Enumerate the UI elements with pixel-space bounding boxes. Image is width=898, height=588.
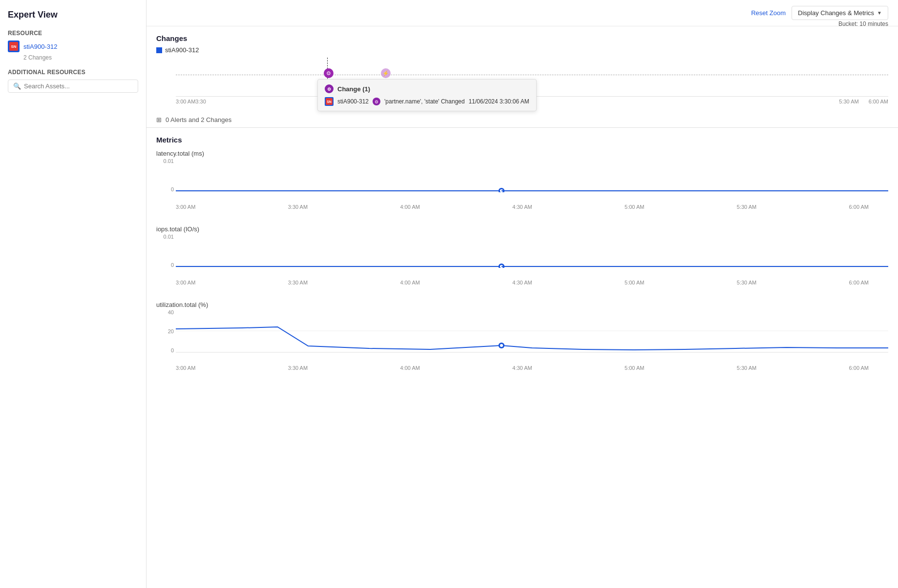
latency-x-3: 4:00 AM [400,204,420,210]
resource-item: SN stiA900-312 [8,41,138,52]
latency-x-1: 3:00 AM [176,204,195,210]
iops-x-5: 5:00 AM [625,280,644,285]
latency-x-2: 3:30 AM [288,204,308,210]
sidebar: Expert View Resource SN stiA900-312 2 Ch… [0,0,146,588]
iops-chart: 0.01 0 [156,234,888,278]
latency-x-6: 5:30 AM [737,204,756,210]
metrics-section: Metrics latency.total (ms) 0.01 0 [146,128,898,394]
iops-x-1: 3:00 AM [176,280,195,285]
latency-y-top: 0.01 [164,158,174,164]
latency-chart: 0.01 0 [156,158,888,202]
tooltip-header: ⚙ Change (1) [325,84,529,93]
iops-y-labels: 0.01 0 [156,234,176,268]
changes-x-label-2: 3:30 [195,99,206,104]
util-x-3: 4:00 AM [400,365,420,371]
latency-metric-block: latency.total (ms) 0.01 0 [156,150,888,210]
summary-text: 0 Alerts and 2 Changes [166,116,231,123]
util-x-axis: 3:00 AM 3:30 AM 4:00 AM 4:30 AM 5:00 AM … [156,363,888,371]
metrics-section-title: Metrics [156,136,888,144]
expand-icon[interactable]: ⊞ [156,116,162,123]
legend-resource-label: stiA900-312 [165,46,199,54]
latency-y-zero: 0 [171,186,174,192]
resource-changes-count: 2 Changes [23,54,138,61]
tooltip-timestamp: 11/06/2024 3:30:06 AM [469,98,529,105]
util-x-5: 5:00 AM [625,365,644,371]
iops-metric-block: iops.total (IO/s) 0.01 0 [156,225,888,285]
dashed-horizontal-line [176,75,888,75]
utilization-chart: 40 20 0 [156,309,888,363]
util-x-2: 3:30 AM [288,365,308,371]
changes-x-label-1: 3:00 AM [176,99,195,104]
tooltip-resource-icon: SN [325,97,334,106]
change-tooltip: ⚙ Change (1) SN stiA900-312 [317,79,537,111]
changes-section: Changes Bucket: 10 minutes stiA900-312 [146,26,898,112]
svg-point-19 [500,344,503,347]
latency-y-labels: 0.01 0 [156,158,176,192]
resource-icon-sn: SN [9,42,18,51]
changes-x-label-3: 5:30 AM [839,99,858,104]
utilization-metric-title: utilization.total (%) [156,301,888,308]
changes-legend: stiA900-312 [156,46,888,54]
tooltip-change-type-icon: ⚙ [373,98,380,105]
util-y-20: 20 [168,328,174,334]
resource-icon-blue: SN [8,41,20,52]
sidebar-title: Expert View [8,10,138,20]
svg-text:⚙: ⚙ [326,70,331,76]
tooltip-title: Change (1) [337,85,370,93]
iops-x-axis: 3:00 AM 3:30 AM 4:00 AM 4:30 AM 5:00 AM … [156,278,888,285]
iops-x-3: 4:00 AM [400,280,420,285]
iops-x-2: 3:30 AM [288,280,308,285]
util-y-labels: 40 20 0 [156,309,176,353]
util-y-0: 0 [171,347,174,353]
change-icon-1: ⚙ [324,68,334,78]
resource-section-label: Resource [8,30,138,37]
iops-metric-title: iops.total (IO/s) [156,225,888,233]
legend-color-square [156,47,162,53]
tooltip-sn-icon: SN [326,98,333,105]
tooltip-icon: ⚙ [325,84,334,93]
iops-x-4: 4:30 AM [512,280,532,285]
tooltip-resource-name: stiA900-312 [337,98,369,105]
search-assets-input[interactable] [24,82,133,90]
additional-resources-label: Additional Resources [8,69,138,76]
util-x-4: 4:30 AM [512,365,532,371]
chevron-down-icon: ▼ [877,10,882,16]
util-y-40: 40 [168,309,174,315]
tooltip-row: SN stiA900-312 ⚙ 'partner.name', 'state'… [325,97,529,106]
latency-metric-title: latency.total (ms) [156,150,888,157]
change-icon-2: ⚡ [381,68,391,78]
util-x-1: 3:00 AM [176,365,195,371]
svg-text:⚡: ⚡ [382,70,389,77]
iops-x-6: 5:30 AM [737,280,756,285]
latency-x-4: 4:30 AM [512,204,532,210]
changes-timeline-chart: ⚙ ⚡ ⚙ [176,58,888,97]
reset-zoom-button[interactable]: Reset Zoom [751,9,786,17]
latency-x-7: 6:00 AM [849,204,869,210]
iops-x-7: 6:00 AM [849,280,869,285]
utilization-metric-block: utilization.total (%) 40 20 0 [156,301,888,371]
search-assets-box[interactable]: 🔍 [8,80,138,93]
tooltip-change-text: 'partner.name', 'state' Changed [384,98,465,105]
util-svg-wrap [176,309,888,353]
search-icon: 🔍 [13,82,21,90]
util-x-7: 6:00 AM [849,365,869,371]
latency-x-axis: 3:00 AM 3:30 AM 4:00 AM 4:30 AM 5:00 AM … [156,202,888,210]
header-bar: Reset Zoom Display Changes & Metrics ▼ [146,0,898,26]
iops-y-zero: 0 [171,262,174,268]
bucket-label: Bucket: 10 minutes [838,20,888,27]
iops-y-top: 0.01 [164,234,174,240]
changes-section-title: Changes [156,34,187,42]
iops-svg-wrap [176,234,888,268]
changes-x-label-4: 6:00 AM [869,99,888,104]
latency-svg-wrap [176,158,888,192]
latency-x-5: 5:00 AM [625,204,644,210]
display-changes-metrics-dropdown[interactable]: Display Changes & Metrics ▼ [792,6,888,20]
summary-bar: ⊞ 0 Alerts and 2 Changes [146,112,898,128]
display-dropdown-label: Display Changes & Metrics [798,9,874,17]
svg-text:⚙: ⚙ [327,87,331,92]
resource-link[interactable]: stiA900-312 [23,43,57,50]
changes-chart-area: stiA900-312 ⚙ [156,46,888,104]
main-content: Reset Zoom Display Changes & Metrics ▼ C… [146,0,898,588]
svg-text:⚙: ⚙ [375,100,378,104]
util-x-6: 5:30 AM [737,365,756,371]
